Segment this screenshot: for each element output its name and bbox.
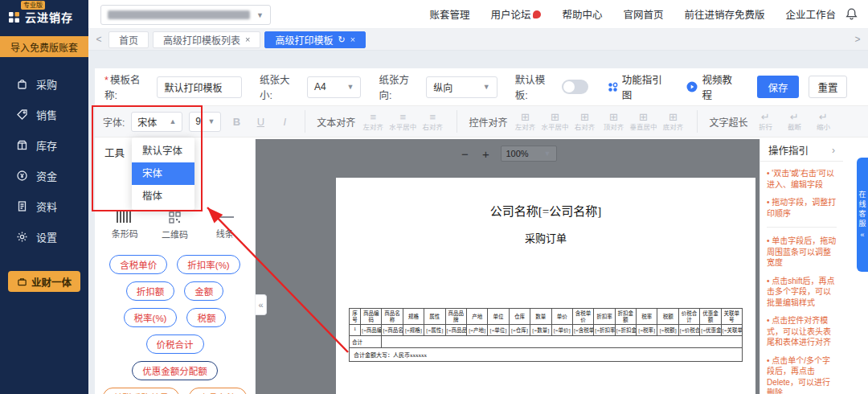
guide-map-link[interactable]: 功能指引图 — [608, 72, 669, 102]
table-cell[interactable]: [=单价] — [552, 325, 573, 336]
table-cell[interactable]: [=优惠金额] — [700, 325, 721, 336]
underline-button[interactable]: U — [252, 113, 269, 130]
paper-size-select[interactable]: A4 ▼ — [307, 76, 361, 98]
font-size-select[interactable]: 9 ▼ — [189, 112, 221, 132]
table-cell[interactable]: [=商品编码] — [361, 325, 382, 336]
company-selector[interactable]: ▼ — [100, 5, 271, 25]
overflow-option[interactable]: 折行 — [752, 112, 778, 131]
tab-refresh-icon[interactable]: ↻ — [338, 35, 345, 45]
order-table[interactable]: 序号商品编码商品名称规格属性商品品牌产地单位仓库数量单价含税单价折扣率折扣金额税… — [349, 308, 743, 362]
table-cell[interactable]: [=商品名称] — [382, 325, 403, 336]
top-menu-official-site[interactable]: 官网首页 — [623, 6, 663, 22]
field-pill[interactable]: 折扣额 — [126, 281, 175, 301]
field-pill[interactable]: 税额 — [186, 308, 226, 327]
control-align-option[interactable]: 右对齐 — [571, 112, 597, 131]
table-cell[interactable]: [=关联单号] — [722, 325, 743, 336]
control-align-option[interactable]: 水平居中 — [541, 112, 568, 131]
bold-button[interactable]: B — [227, 113, 245, 130]
font-menu-item-kaiti[interactable]: 楷体 — [132, 185, 194, 207]
sidebar-item-funds[interactable]: 资金 — [0, 160, 88, 191]
field-pill[interactable]: 折扣率(%) — [177, 255, 240, 274]
table-header-cell[interactable]: 税率 — [637, 309, 657, 325]
top-menu-enterprise-workbench[interactable]: 企业工作台 — [785, 6, 836, 22]
tabbar-prev-icon[interactable]: < — [93, 34, 104, 45]
save-button[interactable]: 保存 — [757, 76, 799, 98]
font-menu-item-songti[interactable]: 宋体 — [132, 162, 194, 185]
video-tutorial-link[interactable]: 视频教程 — [686, 72, 739, 102]
zoom-out-button[interactable]: − — [459, 147, 472, 161]
table-header-cell[interactable]: 税额 — [657, 309, 678, 325]
table-cell[interactable]: [=价税合计] — [679, 325, 700, 336]
table-header-cell[interactable]: 商品名称 — [382, 309, 403, 325]
table-cell[interactable]: [=单位] — [488, 325, 509, 336]
control-align-option[interactable]: 垂直居中 — [629, 112, 657, 131]
finance-integration-button[interactable]: 业财一体 — [8, 271, 80, 292]
control-align-option[interactable]: 顶对齐 — [600, 112, 626, 131]
table-cell[interactable]: [=税额] — [657, 325, 678, 336]
template-name-input[interactable] — [157, 76, 242, 98]
table-header-cell[interactable]: 折扣金额 — [616, 309, 637, 325]
table-header-cell[interactable]: 数量 — [530, 309, 551, 325]
table-header-cell[interactable]: 关联单号 — [722, 309, 743, 325]
reset-button[interactable]: 重置 — [809, 76, 847, 98]
table-cell[interactable]: [=商品品牌] — [446, 325, 467, 336]
zoom-level-select[interactable]: 100% ▼ — [501, 146, 557, 162]
tab-template-current[interactable]: 高级打印模板 ↻ × — [264, 31, 366, 48]
field-pill[interactable]: 优惠金额分配额 — [132, 361, 218, 380]
tabbar-next-icon[interactable]: > — [852, 34, 863, 45]
default-template-toggle[interactable] — [562, 80, 588, 94]
table-header-cell[interactable]: 属性 — [424, 309, 445, 325]
shape-line[interactable]: 线条 — [200, 211, 250, 240]
tab-close-icon[interactable]: × — [245, 35, 250, 44]
shape-qrcode[interactable]: 二维码 — [149, 211, 199, 240]
field-pill[interactable]: 税率(%) — [124, 308, 178, 327]
field-pill[interactable]: 关联采购单号 — [103, 388, 179, 394]
table-header-cell[interactable]: 产地 — [467, 309, 488, 325]
online-service-tab[interactable]: 在线客服 « — [857, 158, 868, 272]
table-cell[interactable]: [=属性] — [424, 325, 445, 336]
overflow-option[interactable]: 截断 — [781, 112, 807, 131]
control-align-option[interactable]: 底对齐 — [660, 112, 686, 131]
table-cell[interactable]: [=数量] — [530, 325, 551, 336]
overflow-option[interactable]: 缩小 — [810, 112, 836, 131]
table-cell[interactable]: [=税率] — [637, 325, 657, 336]
text-align-option[interactable]: 右对齐 — [420, 112, 445, 131]
field-pill[interactable]: 金额 — [184, 281, 223, 301]
table-header-cell[interactable]: 商品品牌 — [446, 309, 467, 325]
top-menu-account-books[interactable]: 账套管理 — [429, 6, 469, 22]
top-menu-free-version[interactable]: 前往进销存免费版 — [684, 6, 764, 22]
sidebar-item-sales[interactable]: 销售 — [0, 99, 88, 129]
zoom-in-button[interactable]: + — [480, 147, 493, 161]
orientation-select[interactable]: 纵向 ▼ — [426, 76, 497, 98]
table-header-cell[interactable]: 优惠金额 — [700, 309, 721, 325]
table-header-cell[interactable]: 含税单价 — [573, 309, 594, 325]
table-cell[interactable]: [=产地] — [467, 325, 488, 336]
tab-template-list[interactable]: 高级打印模板列表 × — [153, 31, 260, 48]
field-pill[interactable]: 价税合计 — [146, 334, 204, 354]
table-header-cell[interactable]: 单位 — [488, 309, 509, 325]
control-align-option[interactable]: 左对齐 — [512, 112, 538, 131]
font-menu-item-default[interactable]: 默认字体 — [132, 140, 194, 162]
text-align-option[interactable]: 左对齐 — [360, 112, 386, 131]
table-header-cell[interactable]: 价税合计 — [679, 309, 700, 325]
text-align-option[interactable]: 水平居中 — [389, 112, 416, 131]
font-select[interactable]: 宋体 ▲ — [131, 112, 182, 132]
import-free-account-button[interactable]: 导入免费版账套 — [0, 36, 88, 57]
document-paper[interactable]: 公司名称[=公司名称] 采购订单 序号商品编码商品名称规格属性商品品牌产地单位仓… — [336, 178, 755, 394]
tab-home[interactable]: 首页 — [108, 31, 149, 48]
tab-close-icon[interactable]: × — [350, 35, 355, 44]
sidebar-item-settings[interactable]: 设置 — [0, 221, 88, 252]
sidebar-item-data[interactable]: 资料 — [0, 191, 88, 221]
table-header-cell[interactable]: 折扣率 — [594, 309, 615, 325]
shape-barcode[interactable]: 条形码 — [100, 211, 149, 240]
field-pill[interactable]: 商品备注 — [189, 388, 247, 394]
company-name-placeholder[interactable]: 公司名称[=公司名称] — [336, 202, 755, 219]
table-cell[interactable]: [=规格] — [403, 325, 424, 336]
table-cell[interactable]: 1 — [350, 325, 361, 336]
table-header-cell[interactable]: 单价 — [552, 309, 573, 325]
table-header-cell[interactable]: 商品编码 — [361, 309, 382, 325]
table-cell[interactable]: [=仓库] — [510, 325, 530, 336]
table-cell[interactable]: [=折扣率] — [594, 325, 615, 336]
top-menu-user-forum[interactable]: 用户论坛 — [490, 6, 541, 22]
document-title[interactable]: 采购订单 — [336, 230, 755, 245]
